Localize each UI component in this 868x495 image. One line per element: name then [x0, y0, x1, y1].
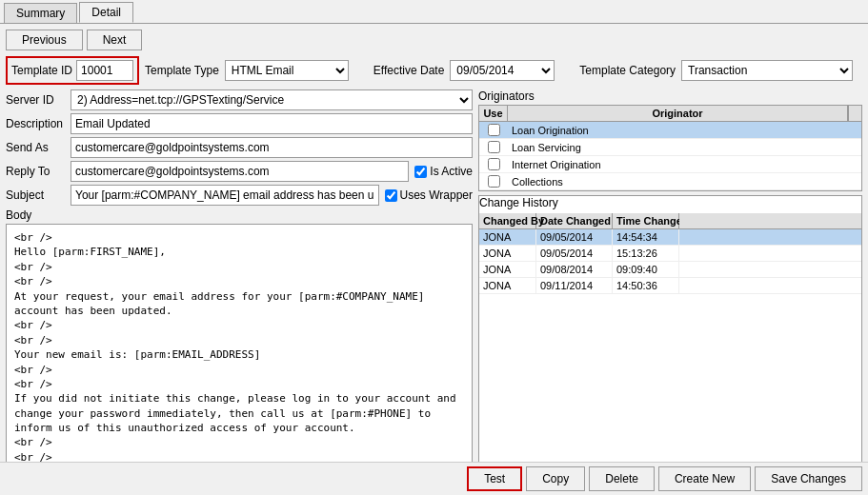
reply-to-label: Reply To [6, 165, 71, 178]
delete-button[interactable]: Delete [589, 466, 655, 491]
originator-name-cell: Loan Servicing [508, 140, 861, 155]
body-area: Body <br /> Hello [parm:FIRST_NAME], <br… [6, 208, 473, 462]
right-panels: Originators Use Originator Loan Originat… [478, 89, 862, 462]
template-info-row: Template ID Template Type HTML Email Eff… [6, 56, 862, 85]
template-id-box: Template ID [6, 56, 139, 85]
is-active-checkbox[interactable] [414, 166, 427, 178]
originator-scroll-placeholder [848, 106, 861, 121]
originators-header: Use Originator [479, 106, 861, 122]
history-rows: JONA 09/05/2014 14:54:34 JONA 09/05/2014… [479, 229, 861, 462]
history-time: 14:50:36 [613, 278, 679, 293]
col-header-originator: Originator [508, 106, 848, 121]
test-button[interactable]: Test [467, 466, 522, 491]
table-row[interactable]: JONA 09/08/2014 09:09:40 [479, 262, 861, 278]
originator-use-cell [479, 156, 508, 172]
effective-date-label: Effective Date [373, 64, 444, 77]
send-as-label: Send As [6, 141, 71, 154]
list-item[interactable]: Internet Origination [479, 156, 861, 173]
originators-section: Originators Use Originator Loan Originat… [478, 89, 862, 191]
reply-to-row: Reply To Is Active [6, 161, 473, 182]
main-container: Summary Detail Previous Next Template ID… [0, 0, 868, 495]
server-id-select[interactable]: 2) Address=net.tcp://GPSTexting/Service [71, 89, 473, 110]
history-date: 09/05/2014 [536, 246, 613, 261]
history-changed-by: JONA [479, 229, 536, 245]
main-content-row: Server ID 2) Address=net.tcp://GPSTextin… [6, 89, 862, 462]
template-type-select[interactable]: HTML Email [225, 60, 349, 81]
table-row[interactable]: JONA 09/11/2014 14:50:36 [479, 278, 861, 294]
history-date: 09/11/2014 [536, 278, 613, 293]
col-header-date-changed: Date Changed [536, 213, 613, 228]
change-history-header: Changed By Date Changed Time Changed [479, 213, 861, 229]
server-id-value: 2) Address=net.tcp://GPSTexting/Service [71, 89, 473, 110]
history-changed-by: JONA [479, 262, 536, 277]
history-scroll-placeholder [679, 213, 693, 228]
originator-name-cell: Collections [508, 174, 861, 189]
bottom-buttons-bar: Test Copy Delete Create New Save Changes [0, 462, 868, 495]
originator-use-cell [479, 173, 508, 189]
tabs-bar: Summary Detail [0, 0, 868, 24]
description-row: Description [6, 113, 473, 134]
subject-input[interactable] [71, 185, 379, 206]
table-row[interactable]: JONA 09/05/2014 15:13:26 [479, 246, 861, 262]
description-label: Description [6, 117, 71, 130]
originators-panel: Use Originator Loan Origination Lo [478, 105, 862, 191]
table-row[interactable]: JONA 09/05/2014 14:54:34 [479, 229, 861, 246]
create-new-button[interactable]: Create New [658, 466, 751, 491]
list-item[interactable]: Collections [479, 173, 861, 190]
template-type-label: Template Type [145, 64, 219, 77]
body-label: Body [6, 208, 473, 222]
send-as-row: Send As [6, 137, 473, 158]
list-item[interactable]: Loan Origination [479, 122, 861, 139]
list-item[interactable]: Loan Servicing [479, 139, 861, 156]
tab-detail[interactable]: Detail [79, 2, 133, 23]
body-content[interactable]: <br /> Hello [parm:FIRST_NAME], <br /> <… [6, 224, 473, 462]
originators-rows: Loan Origination Loan Servicing Internet… [479, 122, 861, 190]
originator-use-cell [479, 122, 508, 138]
subject-label: Subject [6, 188, 71, 202]
tab-summary[interactable]: Summary [4, 3, 77, 23]
history-time: 15:13:26 [613, 246, 679, 261]
is-active-label: Is Active [430, 165, 473, 178]
originators-title: Originators [478, 89, 862, 103]
originator-checkbox-2[interactable] [488, 158, 500, 170]
description-input[interactable] [71, 113, 473, 134]
copy-button[interactable]: Copy [526, 466, 585, 491]
col-header-time-changed: Time Changed [613, 213, 679, 228]
subject-row: Subject Uses Wrapper [6, 185, 473, 206]
history-time: 09:09:40 [613, 262, 679, 277]
change-history-title: Change History [479, 196, 861, 211]
left-form: Server ID 2) Address=net.tcp://GPSTextin… [6, 89, 473, 462]
template-category-select[interactable]: Transaction [681, 60, 853, 81]
reply-to-input[interactable] [71, 161, 409, 182]
uses-wrapper-checkbox[interactable] [385, 189, 397, 202]
send-as-input[interactable] [71, 137, 473, 158]
history-changed-by: JONA [479, 278, 536, 293]
originator-checkbox-3[interactable] [488, 175, 500, 188]
originator-checkbox-0[interactable] [488, 124, 500, 136]
save-changes-button[interactable]: Save Changes [755, 466, 862, 491]
uses-wrapper-checkbox-row: Uses Wrapper [385, 188, 473, 202]
template-id-input[interactable] [76, 60, 133, 81]
originator-name-cell: Internet Origination [508, 157, 861, 172]
server-id-label: Server ID [6, 93, 71, 107]
uses-wrapper-label: Uses Wrapper [400, 188, 473, 202]
description-value [71, 113, 473, 134]
is-active-checkbox-row: Is Active [414, 165, 473, 178]
history-changed-by: JONA [479, 246, 536, 261]
effective-date-select[interactable]: 09/05/2014 [450, 60, 555, 81]
col-header-changed-by: Changed By [479, 213, 536, 228]
history-date: 09/08/2014 [536, 262, 613, 277]
nav-buttons: Previous Next [6, 30, 862, 50]
col-header-use: Use [479, 106, 508, 121]
template-category-label: Template Category [579, 64, 676, 77]
originator-use-cell [479, 139, 508, 155]
history-time: 14:54:34 [613, 229, 679, 245]
next-button[interactable]: Next [87, 30, 143, 50]
previous-button[interactable]: Previous [6, 30, 83, 50]
template-id-label: Template ID [11, 64, 72, 77]
server-id-row: Server ID 2) Address=net.tcp://GPSTextin… [6, 89, 473, 110]
originator-checkbox-1[interactable] [488, 141, 500, 153]
originator-name-cell: Loan Origination [508, 123, 861, 138]
change-history-section: Change History Changed By Date Changed T… [478, 195, 862, 462]
history-date: 09/05/2014 [536, 229, 613, 245]
